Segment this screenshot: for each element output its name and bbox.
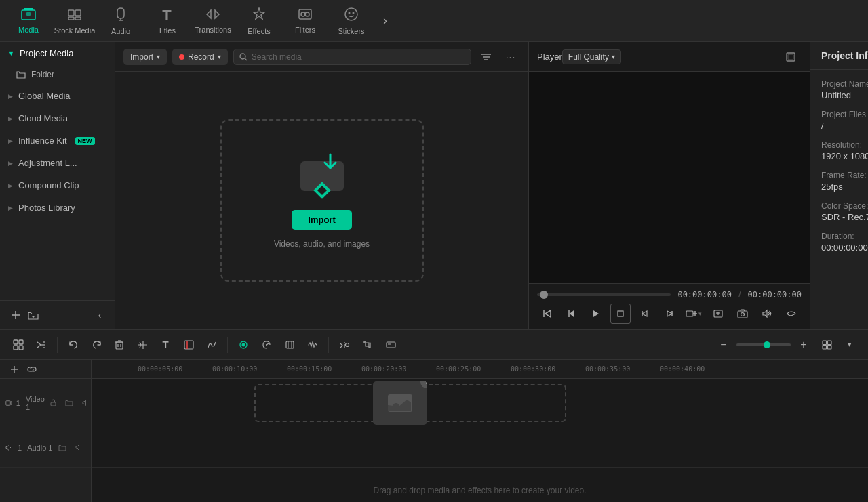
nav-item-filters[interactable]: Filters [282, 2, 328, 40]
fullscreen-button[interactable] [780, 46, 802, 68]
nav-item-titles[interactable]: T Titles [144, 2, 190, 40]
track-video1-lock-button[interactable] [46, 396, 60, 410]
sidebar-folder-label: Folder [31, 70, 54, 79]
settings-button[interactable] [781, 304, 802, 324]
clip-plus-icon: + [420, 381, 427, 388]
left-sidebar: ▼ Project Media Folder ▶ Global Media ▶ … [0, 42, 115, 329]
tl-grid-button[interactable] [816, 335, 837, 355]
more-options-button[interactable]: ··· [501, 47, 520, 66]
nav-item-stock[interactable]: Stock Media [52, 2, 98, 40]
sidebar-item-project-media[interactable]: ▼ Project Media [0, 42, 115, 64]
sidebar-item-cloud-media[interactable]: ▶ Cloud Media [0, 107, 115, 129]
sidebar-item-adjustment[interactable]: ▶ Adjustment L... [0, 152, 115, 174]
nav-more-button[interactable]: › [374, 2, 396, 40]
append-button[interactable]: ▾ [684, 304, 704, 324]
sidebar-item-influence-kit[interactable]: ▶ Influence Kit NEW [0, 129, 115, 152]
svg-rect-68 [823, 345, 827, 349]
nav-item-transitions[interactable]: Transitions [190, 2, 236, 40]
mark-in-button[interactable] [635, 304, 655, 324]
step-back-icon [567, 309, 576, 318]
record-button[interactable]: Record ▾ [172, 49, 228, 65]
filter-icon [481, 52, 492, 62]
folder-button[interactable] [24, 306, 42, 324]
scrubber-handle[interactable] [540, 291, 548, 299]
tl-delete-button[interactable] [109, 335, 130, 355]
zoom-out-button[interactable]: − [713, 335, 734, 355]
nav-item-audio[interactable]: Audio [98, 2, 144, 40]
filter-button[interactable] [477, 47, 496, 66]
tl-redo-button[interactable] [86, 335, 106, 355]
tl-audio-strip-button[interactable] [302, 335, 323, 355]
tl-crop-button[interactable] [357, 335, 378, 355]
track-video1-label: Video 1 [26, 395, 46, 411]
ruler-mark-4: 00:00:20:00 [361, 365, 406, 373]
search-box[interactable]: Search media [233, 49, 471, 65]
nav-effects-label: Effects [248, 27, 270, 35]
zoom-slider[interactable] [736, 343, 791, 346]
step-back-button[interactable] [561, 304, 582, 324]
scrubber[interactable] [537, 293, 671, 296]
stop-button[interactable] [610, 304, 631, 324]
sidebar-item-compound-clip[interactable]: ▶ Compound Clip [0, 174, 115, 196]
add-track-button[interactable] [5, 360, 23, 378]
track-video1-mute-button[interactable] [79, 396, 92, 410]
speed-icon [262, 340, 272, 350]
fit-screen-icon [713, 309, 724, 318]
add-media-button[interactable] [7, 306, 24, 324]
tl-record-button[interactable] [233, 335, 254, 355]
timeline-ruler: 00:00:05:00 00:00:10:00 00:00:15:00 00:0… [92, 360, 868, 379]
tl-undo-button[interactable] [63, 335, 83, 355]
tl-ai-cut-button[interactable] [334, 335, 355, 355]
drag-hint-text: Drag and drop media and effects here to … [374, 486, 587, 495]
svg-point-56 [242, 343, 245, 346]
tl-speed-button[interactable] [256, 335, 277, 355]
tl-caption-button[interactable] [380, 335, 401, 355]
import-button[interactable]: Import ▾ [123, 49, 167, 65]
tl-trim-button[interactable] [31, 335, 52, 355]
tl-clip-color-button[interactable] [178, 335, 199, 355]
ruler-mark-2: 00:00:10:00 [212, 365, 257, 373]
fit-to-screen-button[interactable] [708, 304, 728, 324]
mute-icon [82, 399, 90, 406]
zoom-in-button[interactable]: + [793, 335, 814, 355]
volume-button[interactable] [757, 304, 777, 324]
svg-rect-59 [286, 341, 294, 348]
arrow-right-icon-influence: ▶ [8, 138, 13, 144]
ruler-mark-8: 00:00:40:00 [660, 365, 705, 373]
sidebar-item-folder[interactable]: Folder [0, 64, 115, 85]
import-action-button[interactable]: Import [292, 210, 351, 230]
nav-item-effects[interactable]: Effects [236, 2, 282, 40]
arrow-right-icon-global: ▶ [8, 93, 13, 100]
tl-cut-button[interactable] [132, 335, 153, 355]
quality-selector[interactable]: Full Quality ▾ [562, 49, 621, 64]
play-button[interactable] [586, 304, 606, 324]
append-chevron-icon: ▾ [698, 310, 702, 317]
track-audio1-mute-button[interactable] [72, 441, 85, 455]
snapshot-icon [737, 309, 748, 318]
mark-out-button[interactable] [659, 304, 679, 324]
nav-item-media[interactable]: Media [5, 2, 52, 40]
skip-back-button[interactable] [537, 304, 557, 324]
nav-titles-label: Titles [158, 26, 176, 35]
sidebar-item-global-media[interactable]: ▶ Global Media [0, 85, 115, 107]
sidebar-item-photos[interactable]: ▶ Photos Library [0, 196, 115, 219]
nav-filters-label: Filters [295, 26, 315, 34]
tl-right: ▾ [816, 335, 860, 355]
sidebar-influence-label: Influence Kit [18, 135, 67, 146]
tl-curve-button[interactable] [201, 335, 222, 355]
link-button[interactable] [23, 360, 41, 378]
tl-text-button[interactable]: T [155, 335, 176, 355]
tl-stabilize-button[interactable] [279, 335, 300, 355]
track-video1-folder-button[interactable] [62, 396, 76, 410]
snapshot-button[interactable] [732, 304, 753, 324]
timeline-content: 00:00:05:00 00:00:10:00 00:00:15:00 00:0… [92, 360, 868, 502]
svg-point-11 [305, 12, 309, 16]
video-clip[interactable]: + [373, 381, 427, 425]
tl-more-button[interactable]: ▾ [840, 335, 860, 355]
sidebar-collapse-button[interactable]: ‹ [92, 307, 108, 323]
tl-select-button[interactable] [8, 335, 28, 355]
nav-item-stickers[interactable]: Stickers [328, 2, 374, 40]
track-audio1-folder-button[interactable] [56, 441, 69, 455]
svg-rect-4 [75, 10, 81, 16]
svg-point-12 [345, 8, 357, 20]
